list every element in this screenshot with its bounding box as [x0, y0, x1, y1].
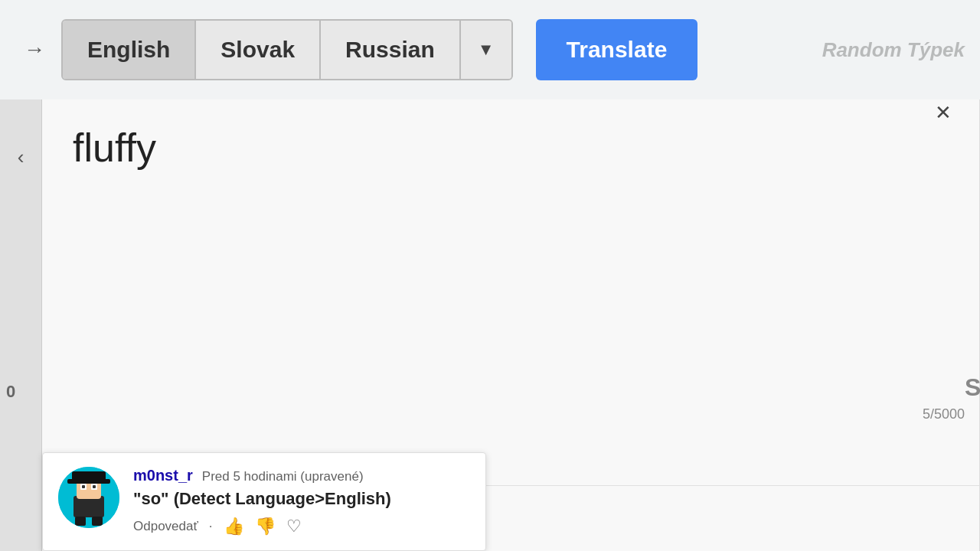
thumbs-down-icon: 👎	[255, 517, 276, 536]
translate-button[interactable]: Translate	[536, 19, 698, 80]
commenter-avatar	[58, 467, 119, 528]
comment-body: m0nst_r Pred 5 hodinami (upravené) "so" …	[133, 467, 470, 536]
language-english[interactable]: English	[63, 21, 196, 79]
input-panel: fluffy ☆	[42, 99, 980, 551]
dislike-button[interactable]: 👎	[255, 517, 276, 536]
svg-rect-14	[93, 485, 96, 488]
language-slovak[interactable]: Slovak	[196, 21, 321, 79]
svg-rect-9	[74, 496, 104, 517]
comment-timestamp: Pred 5 hodinami (upravené)	[202, 469, 364, 484]
language-russian[interactable]: Russian	[321, 21, 461, 79]
left-panel: ‹	[0, 99, 42, 551]
chevron-down-icon: ▼	[478, 40, 495, 60]
main-area: ‹ fluffy ☆	[0, 99, 980, 551]
thumbs-up-icon: 👍	[224, 517, 244, 536]
top-bar: → English Slovak Russian ▼ Translate Ran…	[0, 0, 980, 99]
separator: ·	[209, 519, 213, 534]
language-selector: English Slovak Russian ▼	[61, 19, 513, 80]
comment-overlay: m0nst_r Pred 5 hodinami (upravené) "so" …	[42, 452, 486, 551]
back-button[interactable]: →	[15, 19, 54, 80]
input-text[interactable]: fluffy	[42, 99, 979, 485]
svg-rect-13	[82, 485, 85, 488]
svg-rect-16	[67, 479, 110, 484]
reply-button[interactable]: Odpovedať	[133, 519, 198, 534]
close-comment-button[interactable]: ✕	[929, 99, 957, 126]
comment-actions: Odpovedať · 👍 👎 ♡	[133, 517, 470, 536]
avatar-svg	[58, 467, 119, 528]
char-count: 5/5000	[923, 406, 965, 422]
comment-text: "so" (Detect Language>English)	[133, 489, 470, 509]
partial-letter: S	[965, 373, 980, 402]
comment-username: m0nst_r	[133, 467, 193, 484]
like-button[interactable]: 👍	[224, 517, 244, 536]
watermark-text: Random Týpek	[822, 38, 965, 62]
close-icon: ✕	[935, 101, 952, 125]
heart-icon: ♡	[286, 517, 302, 536]
svg-rect-18	[92, 517, 103, 526]
comment-header: m0nst_r Pred 5 hodinami (upravené)	[133, 467, 470, 484]
left-char-count: 0	[6, 382, 15, 402]
left-back-icon[interactable]: ‹	[18, 145, 24, 169]
heart-button[interactable]: ♡	[286, 517, 302, 536]
svg-rect-17	[75, 517, 86, 526]
language-dropdown-button[interactable]: ▼	[461, 21, 511, 79]
